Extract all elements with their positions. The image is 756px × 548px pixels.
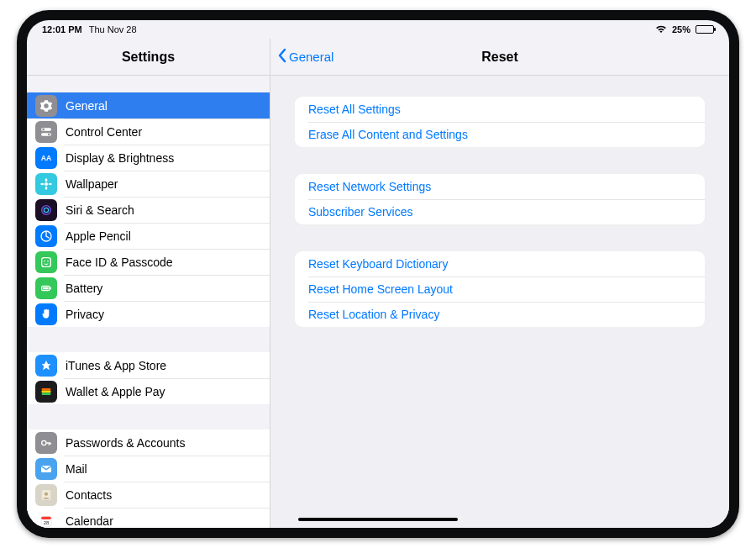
sidebar-item-calendar[interactable]: 28Calendar	[27, 508, 270, 528]
reset-option-reset-all-settings[interactable]: Reset All Settings	[295, 97, 705, 122]
battery-icon	[35, 277, 57, 299]
pencil-icon	[35, 225, 57, 247]
switches-icon	[35, 121, 57, 143]
back-label: General	[289, 50, 333, 64]
svg-point-5	[45, 182, 48, 186]
sidebar-item-wallpaper[interactable]: Wallpaper	[27, 171, 270, 197]
svg-rect-21	[42, 393, 51, 395]
sidebar[interactable]: GeneralControl CenterAADisplay & Brightn…	[27, 76, 270, 528]
sidebar-item-battery[interactable]: Battery	[27, 275, 270, 301]
gear-icon	[35, 95, 57, 117]
sidebar-item-passwords-accounts[interactable]: Passwords & Accounts	[27, 429, 270, 456]
wifi-icon	[655, 25, 667, 34]
sidebar-group: GeneralControl CenterAADisplay & Brightn…	[27, 92, 270, 327]
reset-option-reset-keyboard-dictionary[interactable]: Reset Keyboard Dictionary	[295, 251, 705, 277]
device-frame: 12:01 PM Thu Nov 28 25% Settings General	[17, 10, 739, 538]
svg-rect-17	[50, 287, 51, 289]
sidebar-item-wallet-apple-pay[interactable]: Wallet & Apple Pay	[27, 378, 270, 404]
svg-text:AA: AA	[41, 154, 52, 162]
sidebar-item-label: Passwords & Accounts	[66, 436, 185, 450]
status-bar: 12:01 PM Thu Nov 28 25%	[27, 20, 729, 39]
back-button[interactable]: General	[277, 48, 333, 66]
content-columns: GeneralControl CenterAADisplay & Brightn…	[27, 76, 729, 528]
reset-option-subscriber-services[interactable]: Subscriber Services	[295, 199, 705, 224]
detail-group: Reset Network SettingsSubscriber Service…	[294, 173, 706, 225]
sidebar-item-face-id-passcode[interactable]: Face ID & Passcode	[27, 249, 270, 275]
sidebar-item-general[interactable]: General	[27, 92, 270, 119]
status-battery: 25%	[672, 24, 690, 34]
svg-point-1	[42, 128, 45, 130]
sidebar-item-label: Apple Pencil	[66, 229, 131, 243]
sidebar-item-apple-pencil[interactable]: Apple Pencil	[27, 223, 270, 249]
screen: 12:01 PM Thu Nov 28 25% Settings General	[27, 20, 729, 528]
svg-rect-18	[43, 287, 49, 289]
hand-icon	[35, 303, 57, 325]
sidebar-item-label: Calendar	[66, 514, 113, 528]
sidebar-item-label: General	[66, 99, 108, 113]
svg-point-14	[44, 260, 45, 261]
sidebar-group: Passwords & AccountsMailContacts28Calend…	[27, 429, 270, 528]
svg-point-11	[44, 208, 48, 212]
sidebar-item-label: Face ID & Passcode	[66, 256, 173, 269]
sidebar-item-display-brightness[interactable]: AADisplay & Brightness	[27, 145, 270, 171]
status-date: Thu Nov 28	[89, 24, 137, 34]
reset-option-erase-all-content-and-settings[interactable]: Erase All Content and Settings	[295, 122, 705, 147]
svg-rect-27	[41, 516, 51, 519]
sidebar-item-label: Wallet & Apple Pay	[66, 385, 165, 398]
calendar-icon: 28	[35, 510, 57, 529]
sidebar-item-label: Display & Brightness	[66, 151, 174, 165]
sidebar-item-label: Battery	[66, 282, 102, 295]
svg-point-10	[42, 205, 51, 214]
reset-option-reset-network-settings[interactable]: Reset Network Settings	[295, 174, 705, 199]
sidebar-item-label: Contacts	[66, 488, 112, 502]
contacts-icon	[35, 484, 57, 506]
key-icon	[35, 432, 57, 454]
sidebar-title: Settings	[27, 39, 270, 75]
svg-point-7	[45, 186, 48, 189]
sidebar-item-label: iTunes & App Store	[66, 359, 166, 372]
svg-point-15	[47, 260, 49, 261]
svg-point-3	[48, 133, 50, 135]
svg-text:28: 28	[44, 520, 50, 525]
wallet-icon	[35, 381, 57, 403]
svg-rect-20	[42, 390, 51, 393]
reset-option-reset-home-screen-layout[interactable]: Reset Home Screen Layout	[295, 277, 705, 302]
detail-group: Reset All SettingsErase All Content and …	[294, 96, 706, 148]
appstore-icon	[35, 355, 57, 377]
detail-header: General Reset	[270, 39, 729, 75]
sidebar-item-privacy[interactable]: Privacy	[27, 301, 270, 327]
face-icon	[35, 251, 57, 273]
battery-icon	[696, 25, 714, 34]
svg-rect-13	[42, 257, 51, 266]
svg-point-8	[40, 182, 44, 185]
reset-option-reset-location-privacy[interactable]: Reset Location & Privacy	[295, 302, 705, 327]
mail-icon	[35, 458, 57, 480]
sidebar-item-label: Siri & Search	[66, 203, 134, 217]
sidebar-item-mail[interactable]: Mail	[27, 456, 270, 482]
chevron-left-icon	[277, 48, 287, 66]
home-indicator[interactable]	[298, 518, 458, 521]
svg-point-9	[49, 182, 52, 185]
detail-group: Reset Keyboard DictionaryReset Home Scre…	[294, 250, 706, 328]
detail-pane[interactable]: Reset All SettingsErase All Content and …	[270, 76, 729, 528]
sidebar-item-contacts[interactable]: Contacts	[27, 482, 270, 508]
sidebar-group: iTunes & App StoreWallet & Apple Pay	[27, 352, 270, 404]
svg-point-6	[45, 178, 48, 182]
siri-icon	[35, 199, 57, 221]
aa-icon: AA	[35, 147, 57, 169]
sidebar-item-label: Mail	[66, 462, 87, 476]
header-row: Settings General Reset	[27, 39, 729, 76]
sidebar-item-label: Control Center	[66, 125, 142, 139]
svg-rect-19	[42, 388, 51, 391]
sidebar-item-control-center[interactable]: Control Center	[27, 119, 270, 145]
sidebar-item-itunes-app-store[interactable]: iTunes & App Store	[27, 352, 270, 378]
sidebar-item-label: Wallpaper	[66, 177, 118, 191]
detail-title: Reset	[481, 50, 518, 65]
svg-point-25	[45, 492, 48, 495]
status-time: 12:01 PM	[42, 24, 82, 34]
flower-icon	[35, 173, 57, 195]
sidebar-item-label: Privacy	[66, 308, 104, 321]
sidebar-item-siri-search[interactable]: Siri & Search	[27, 197, 270, 223]
svg-point-22	[42, 440, 46, 445]
